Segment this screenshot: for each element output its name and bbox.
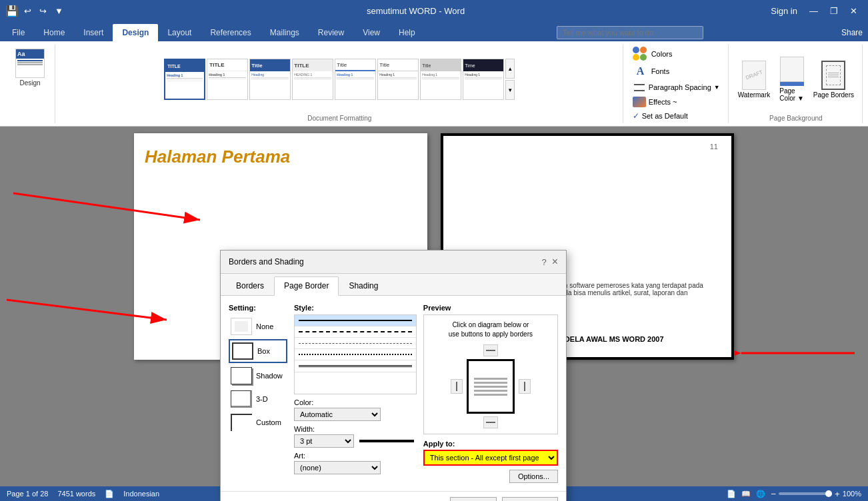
colors-label: Colors — [651, 50, 673, 58]
cancel-button[interactable]: Cancel — [502, 497, 558, 501]
dialog-help-button[interactable]: ? — [541, 257, 546, 267]
tab-references[interactable]: References — [201, 24, 260, 41]
options-button[interactable]: Options... — [509, 470, 558, 483]
tab-mailings[interactable]: Mailings — [261, 24, 309, 41]
document-area: Halaman Pertama 11 1. Mengenal Fitur Das… — [0, 127, 868, 501]
tab-borders[interactable]: Borders — [226, 276, 274, 295]
search-input[interactable] — [557, 26, 703, 39]
setting-box[interactable]: Box — [229, 339, 287, 363]
colors-button[interactable]: Colors — [630, 45, 675, 62]
preview-bottom-btn[interactable] — [483, 416, 498, 428]
share-button[interactable]: Share — [836, 24, 868, 41]
page-number: 11 — [710, 143, 718, 151]
preview-right-btn[interactable] — [519, 379, 531, 394]
fonts-label: Fonts — [651, 67, 670, 75]
view-btn-web[interactable]: 🌐 — [756, 490, 765, 498]
watermark-button[interactable]: DRAFT Watermark — [735, 59, 773, 100]
tab-layout[interactable]: Layout — [158, 24, 201, 41]
page-borders-button[interactable]: Page Borders — [811, 59, 857, 100]
setting-shadow-label: Shadow — [256, 372, 283, 380]
status-left: Page 1 of 28 7451 words 📄 Indonesian — [7, 490, 159, 498]
art-select[interactable]: (none) — [294, 461, 381, 474]
theme-item-1[interactable]: TITLE Heading 1 — [164, 59, 205, 100]
minimize-button[interactable]: — — [804, 3, 823, 19]
style-solid[interactable] — [295, 315, 416, 326]
close-button[interactable]: ✕ — [845, 3, 863, 19]
set-default-button[interactable]: ✓ Set as Default — [630, 110, 691, 122]
zoom-controls: − + 100% — [771, 489, 861, 499]
preview-top-btn[interactable] — [483, 344, 498, 356]
tab-home[interactable]: Home — [34, 24, 74, 41]
dialog-title: Borders and Shading — [229, 257, 304, 266]
setting-none-icon — [231, 318, 252, 335]
preview-left-btn[interactable] — [451, 379, 463, 394]
page-background-label: Page Background — [769, 115, 823, 122]
setting-3d[interactable]: 3-D — [229, 388, 287, 410]
theme-item-4[interactable]: TITLE HEADING 1 — [292, 59, 333, 100]
tab-shading[interactable]: Shading — [339, 276, 388, 295]
fonts-button[interactable]: A Fonts — [630, 63, 673, 79]
gallery-scroll-down[interactable]: ▼ — [505, 80, 515, 100]
style-dashed1[interactable] — [295, 326, 416, 338]
style-double[interactable] — [295, 360, 416, 372]
dialog-titlebar: Borders and Shading ? × — [221, 250, 566, 274]
zoom-out-button[interactable]: − — [771, 489, 776, 499]
theme-item-7[interactable]: Title Heading 1 — [420, 59, 461, 100]
restore-button[interactable]: ❐ — [825, 3, 843, 19]
title-bar-left: 💾 ↩ ↪ ▼ — [5, 5, 66, 17]
paragraph-spacing-button[interactable]: Paragraph Spacing ▼ — [630, 81, 723, 94]
borders-shading-dialog: Borders and Shading ? × Borders Page Bor… — [220, 250, 567, 501]
document-formatting-label: Document Formatting — [307, 115, 371, 122]
zoom-slider[interactable] — [779, 492, 832, 495]
width-select[interactable]: 3 pt — [294, 434, 354, 448]
zoom-level: 100% — [843, 490, 861, 498]
language-icon: 📄 — [105, 490, 114, 498]
sign-in-button[interactable]: Sign in — [765, 3, 803, 19]
style-list[interactable] — [294, 314, 417, 394]
view-btn-print[interactable]: 📄 — [727, 490, 736, 498]
apply-to-select[interactable]: Whole document This section This section… — [425, 451, 557, 464]
tab-file[interactable]: File — [3, 24, 34, 41]
ok-button[interactable]: OK — [450, 497, 497, 501]
quick-access-toolbar: 💾 ↩ ↪ ▼ — [5, 5, 66, 17]
theme-item-5[interactable]: Title Heading 1 — [335, 59, 376, 100]
word-count: 7451 words — [57, 490, 95, 498]
theme-item-6[interactable]: Title Heading 1 — [377, 59, 419, 100]
preview-page — [467, 359, 515, 414]
setting-box-label: Box — [257, 347, 270, 355]
tab-page-border[interactable]: Page Border — [274, 276, 339, 296]
theme-item-8[interactable]: Time Heading 1 — [463, 59, 504, 100]
effects-button[interactable]: Effects ~ — [630, 95, 680, 109]
title-bar: 💾 ↩ ↪ ▼ semutimut WORD - Word Sign in — … — [0, 0, 868, 21]
color-select[interactable]: Automatic — [294, 408, 381, 421]
theme-item-2[interactable]: TITLE Heading 1 — [207, 59, 248, 100]
undo-button[interactable]: ↩ — [21, 5, 34, 17]
style-dashed2[interactable] — [295, 338, 416, 349]
theme-item-3[interactable]: Title Heading — [249, 59, 291, 100]
redo-button[interactable]: ↪ — [37, 5, 49, 17]
themes-label: Design — [19, 79, 40, 87]
ribbon-group-page-background: DRAFT Watermark PageColor ▼ — [730, 44, 863, 123]
tab-view[interactable]: View — [353, 24, 389, 41]
customize-quick-access[interactable]: ▼ — [52, 5, 66, 17]
dialog-body: Setting: None Box — [221, 296, 566, 491]
set-default-label: Set as Default — [642, 112, 688, 120]
tab-review[interactable]: Review — [309, 24, 353, 41]
width-row: Width: 3 pt — [294, 425, 417, 448]
page-color-button[interactable]: PageColor ▼ — [777, 55, 807, 103]
setting-shadow[interactable]: Shadow — [229, 365, 287, 386]
setting-custom[interactable]: Custom — [229, 412, 287, 433]
style-dash-dot[interactable] — [295, 349, 416, 360]
dialog-close-button[interactable]: × — [552, 256, 558, 268]
setting-3d-label: 3-D — [256, 395, 268, 403]
tab-design[interactable]: Design — [113, 24, 158, 41]
themes-button[interactable]: Aa Design — [11, 45, 49, 90]
gallery-scroll-up[interactable]: ▲ — [505, 59, 515, 79]
tab-help[interactable]: Help — [389, 24, 425, 41]
tab-insert[interactable]: Insert — [74, 24, 113, 41]
view-btn-read[interactable]: 📖 — [741, 490, 751, 498]
zoom-thumb — [825, 490, 832, 497]
zoom-in-button[interactable]: + — [835, 489, 840, 499]
setting-none[interactable]: None — [229, 316, 287, 337]
word-icon: 💾 — [5, 5, 19, 17]
